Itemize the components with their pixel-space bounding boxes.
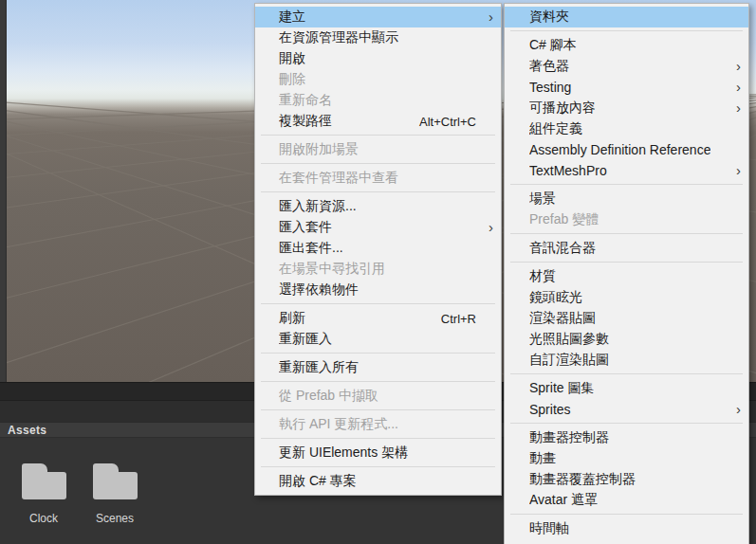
menu-separator — [510, 30, 743, 31]
submenu-arrow-icon: › — [478, 217, 493, 238]
menu-item[interactable]: 資料夾 — [505, 7, 748, 27]
menu-item-label: 在資源管理器中顯示 — [279, 29, 398, 46]
menu-item-label: 組件定義 — [529, 120, 582, 137]
menu-separator — [261, 381, 495, 382]
menu-separator — [261, 303, 495, 304]
folder-label: Clock — [29, 512, 58, 525]
menu-item-label: 鏡頭眩光 — [529, 289, 582, 306]
menu-item: 執行 API 更新程式... — [255, 414, 501, 435]
menu-item[interactable]: 著色器 › — [505, 56, 748, 77]
menu-item[interactable]: 開啟 — [255, 48, 501, 69]
menu-item[interactable]: 場景 — [505, 189, 748, 209]
menu-item[interactable]: 匯入套件 › — [255, 217, 501, 238]
menu-item-label: Sprites — [529, 402, 571, 417]
menu-item-label: 可播放內容 — [529, 100, 596, 117]
menu-item[interactable]: 光照貼圖參數 — [505, 329, 748, 350]
menu-item[interactable]: 可播放內容 › — [505, 98, 748, 118]
menu-item[interactable]: 重新匯入所有 — [255, 357, 501, 378]
left-panel-edge — [0, 0, 7, 382]
menu-item[interactable]: Assembly Definition Reference — [505, 139, 748, 160]
menu-item-label: 從 Prefab 中擷取 — [279, 388, 378, 405]
menu-item-label: 重新命名 — [279, 92, 332, 109]
menu-item-label: 開啟 — [279, 50, 305, 67]
menu-item-label: 材質 — [529, 268, 556, 285]
menu-item: 在套件管理器中查看 — [255, 168, 501, 189]
menu-item-shortcut: Alt+Ctrl+C — [419, 115, 478, 129]
menu-item-label: 動畫器控制器 — [529, 429, 609, 446]
menu-item[interactable]: 更新 UIElements 架構 — [255, 443, 501, 463]
menu-item[interactable]: Testing › — [505, 77, 748, 98]
menu-item[interactable]: 匯入新資源... — [255, 196, 501, 217]
menu-separator — [510, 233, 743, 234]
menu-item-label: 動畫器覆蓋控制器 — [529, 471, 636, 488]
menu-item[interactable]: C# 腳本 — [505, 35, 748, 56]
menu-item[interactable]: 自訂渲染貼圖 — [505, 350, 748, 371]
menu-separator — [261, 135, 495, 136]
menu-item-label: 刪除 — [279, 71, 305, 88]
menu-item[interactable]: 開啟 C# 專案 — [255, 471, 501, 492]
menu-item[interactable]: 時間軸 — [505, 518, 748, 539]
menu-item-label: Sprite 圖集 — [529, 380, 594, 397]
menu-item-label: 著色器 — [529, 58, 569, 75]
menu-item-label: 匯入新資源... — [279, 198, 357, 215]
submenu-arrow-icon: › — [478, 7, 493, 27]
menu-item-label: 建立 — [279, 9, 305, 26]
menu-item-label: Testing — [529, 80, 571, 95]
menu-item[interactable]: 在資源管理器中顯示 — [255, 27, 501, 48]
submenu-arrow-icon: › — [726, 56, 741, 77]
menu-item-label: 重新匯入 — [279, 331, 332, 348]
submenu-arrow-icon: › — [726, 77, 741, 98]
menu-item[interactable]: Sprites › — [505, 399, 748, 420]
menu-item-label: 光照貼圖參數 — [529, 331, 609, 348]
menu-item-label: TextMeshPro — [529, 163, 607, 178]
menu-item: Prefab 變體 — [505, 209, 748, 230]
menu-item-label: 執行 API 更新程式... — [279, 416, 398, 433]
menu-item[interactable]: 動畫器控制器 — [505, 427, 748, 448]
menu-item-label: C# 腳本 — [529, 37, 577, 54]
menu-item-label: Assembly Definition Reference — [529, 142, 710, 157]
menu-item[interactable]: Signal — [505, 539, 748, 544]
menu-item[interactable]: 複製路徑 Alt+Ctrl+C — [255, 111, 501, 132]
menu-item-label: 刷新 — [279, 310, 305, 327]
menu-item[interactable]: 材質 — [505, 266, 748, 287]
menu-item[interactable]: 匯出套件... — [255, 238, 501, 259]
context-menu: 建立 › 在資源管理器中顯示 開啟 刪除 重新命名 複製路徑 Alt+Ctrl+… — [254, 3, 502, 496]
folder-icon — [93, 472, 138, 499]
menu-separator — [510, 373, 743, 374]
menu-separator — [261, 353, 495, 354]
menu-item[interactable]: Avatar 遮罩 — [505, 490, 748, 511]
menu-item-label: 更新 UIElements 架構 — [279, 444, 408, 462]
create-submenu: 資料夾 C# 腳本 著色器 › Testing › 可播放內容 › 組件定義 A… — [504, 3, 749, 544]
submenu-arrow-icon: › — [726, 399, 741, 420]
menu-item: 刪除 — [255, 69, 501, 90]
menu-item[interactable]: 重新匯入 — [255, 329, 501, 350]
menu-item-label: 開啟附加場景 — [279, 141, 359, 158]
menu-item[interactable]: 動畫 — [505, 448, 748, 469]
menu-item: 開啟附加場景 — [255, 139, 501, 160]
menu-item-label: 選擇依賴物件 — [279, 281, 359, 299]
menu-item-label: 重新匯入所有 — [279, 359, 359, 376]
menu-item-label: 渲染器貼圖 — [529, 310, 596, 327]
menu-separator — [261, 191, 495, 192]
menu-item[interactable]: Sprite 圖集 — [505, 378, 748, 399]
menu-item[interactable]: 選擇依賴物件 — [255, 280, 501, 300]
menu-item[interactable]: 鏡頭眩光 — [505, 287, 748, 308]
folder-item[interactable]: Clock — [14, 462, 73, 525]
menu-item-label: 匯出套件... — [279, 240, 343, 257]
folder-label: Scenes — [96, 512, 134, 525]
menu-item: 重新命名 — [255, 90, 501, 111]
folder-item[interactable]: Scenes — [85, 462, 144, 525]
menu-item[interactable]: 組件定義 — [505, 118, 748, 139]
menu-item-label: 在場景中尋找引用 — [279, 261, 385, 278]
menu-item[interactable]: 渲染器貼圖 — [505, 308, 748, 329]
menu-item[interactable]: 動畫器覆蓋控制器 — [505, 469, 748, 490]
menu-separator — [261, 466, 495, 467]
menu-item[interactable]: TextMeshPro › — [505, 160, 748, 181]
menu-item-label: Prefab 變體 — [529, 211, 599, 228]
menu-item[interactable]: 刷新 Ctrl+R — [255, 308, 501, 329]
menu-item[interactable]: 建立 › — [255, 7, 501, 27]
menu-separator — [261, 409, 495, 410]
menu-item: 在場景中尋找引用 — [255, 259, 501, 280]
submenu-arrow-icon: › — [726, 160, 741, 181]
menu-item[interactable]: 音訊混合器 — [505, 238, 748, 259]
